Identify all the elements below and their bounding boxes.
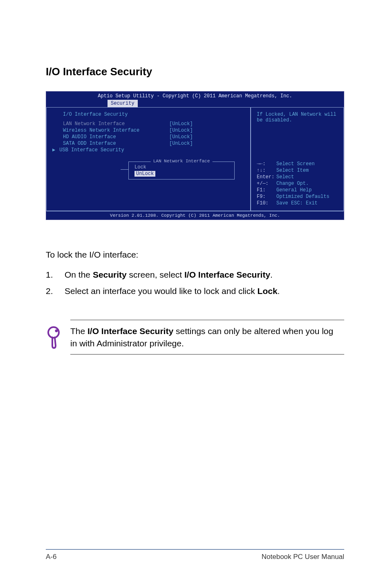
- bios-tab-security: Security: [108, 100, 138, 107]
- bios-item-hdaudio: HD AUDIO Interface [UnLock]: [47, 134, 250, 140]
- svg-point-1: [55, 329, 58, 332]
- bios-header-title: Aptio Setup Utility - Copyright (C) 2011…: [46, 93, 344, 100]
- bios-item-label: Wireless Network Interface: [63, 128, 169, 133]
- page-number: A-6: [46, 553, 56, 561]
- step-number: 2.: [46, 286, 65, 296]
- bios-popup-option-lock: Lock: [129, 164, 234, 171]
- steps-list: 1. On the Security screen, select I/O In…: [46, 267, 344, 299]
- section-heading: I/O Interface Security: [46, 65, 344, 78]
- bios-item-label: LAN Network Interface: [63, 121, 169, 127]
- list-item: 2. Select an interface you would like to…: [46, 283, 344, 299]
- bios-popup: LAN Network Interface Lock UnLock: [128, 162, 235, 180]
- bios-item-value: [UnLock]: [169, 141, 193, 146]
- note-block: The I/O Interface Security settings can …: [46, 320, 344, 355]
- bios-item-wireless: Wireless Network Interface [UnLock]: [47, 127, 250, 134]
- step-text: Select an interface you would like to lo…: [65, 286, 344, 296]
- bios-item-lan: LAN Network Interface [UnLock]: [47, 121, 250, 127]
- bios-item-value: [UnLock]: [169, 128, 193, 133]
- bios-item-label: USB Interface Security: [59, 147, 124, 153]
- bios-right-panel: If Locked, LAN Network will be disabled.…: [251, 107, 344, 211]
- bios-item-label: SATA ODD Interface: [63, 141, 169, 146]
- bios-footer: Version 2.01.1208. Copyright (C) 2011 Am…: [46, 211, 344, 220]
- bios-item-usb-security: ▶ USB Interface Security: [47, 147, 250, 153]
- bios-item-sataodd: SATA ODD Interface [UnLock]: [47, 140, 250, 147]
- bios-left-panel: I/O Interface Security LAN Network Inter…: [46, 107, 251, 211]
- bios-screenshot: Aptio Setup Utility - Copyright (C) 2011…: [46, 91, 344, 220]
- bios-help-text: If Locked, LAN Network will be disabled.: [257, 112, 339, 123]
- tip-icon: [46, 326, 70, 349]
- manual-title: Notebook PC User Manual: [262, 553, 344, 561]
- intro-text: To lock the I/O interface:: [46, 249, 344, 261]
- bios-section-title: I/O Interface Security: [47, 112, 250, 121]
- bios-item-label: HD AUDIO Interface: [63, 134, 169, 140]
- svg-point-0: [48, 327, 59, 338]
- bios-item-value: [UnLock]: [169, 134, 193, 140]
- bios-popup-option-unlock: UnLock: [134, 171, 155, 177]
- bios-header: Aptio Setup Utility - Copyright (C) 2011…: [46, 92, 344, 107]
- list-item: 1. On the Security screen, select I/O In…: [46, 267, 344, 283]
- step-text: On the Security screen, select I/O Inter…: [65, 270, 344, 280]
- bios-popup-title: LAN Network Interface: [151, 159, 213, 164]
- bios-item-value: [UnLock]: [169, 121, 193, 127]
- submenu-caret-icon: ▶: [52, 147, 55, 153]
- bios-key-help: →←:Select Screen ↑↓:Select Item Enter:Se…: [257, 161, 339, 206]
- page-footer: A-6 Notebook PC User Manual: [46, 549, 344, 561]
- note-text: The I/O Interface Security settings can …: [70, 320, 344, 355]
- step-number: 1.: [46, 270, 65, 280]
